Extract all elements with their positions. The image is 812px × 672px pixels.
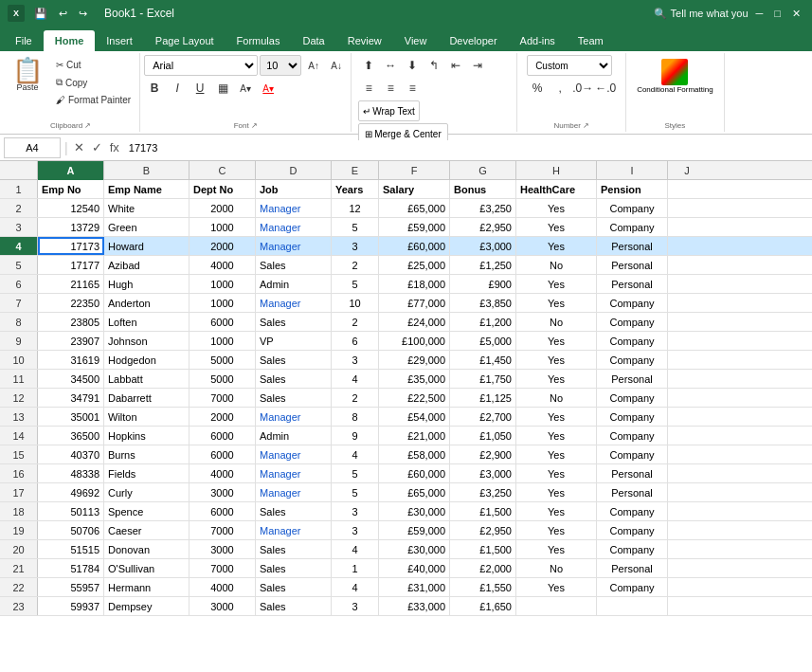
- data-cell-1[interactable]: Hodgedon: [104, 351, 189, 369]
- data-cell-0[interactable]: 51515: [38, 540, 104, 558]
- table-row[interactable]: 722350Anderton1000Manager10£77,000£3,850…: [0, 294, 812, 313]
- data-cell-2[interactable]: 3000: [189, 483, 256, 501]
- data-cell-5[interactable]: £29,000: [379, 351, 450, 369]
- data-cell-0[interactable]: 35001: [38, 408, 104, 426]
- data-cell-8[interactable]: Company: [597, 578, 668, 596]
- data-cell-7[interactable]: Yes: [516, 483, 597, 501]
- data-cell-5[interactable]: £24,000: [379, 313, 450, 331]
- data-cell-8[interactable]: Company: [597, 351, 668, 369]
- data-cell-3[interactable]: Manager: [256, 294, 332, 312]
- data-cell-3[interactable]: Sales: [256, 370, 332, 388]
- data-cell-8[interactable]: Company: [597, 502, 668, 520]
- data-cell-2[interactable]: 6000: [189, 502, 256, 520]
- conditional-formatting-button[interactable]: Conditional Formatting: [630, 55, 719, 98]
- data-cell-1[interactable]: Hermann: [104, 578, 189, 596]
- col-header-i[interactable]: I: [597, 161, 668, 180]
- data-cell-4[interactable]: 3: [332, 351, 379, 369]
- data-cell-3[interactable]: Manager: [256, 483, 332, 501]
- table-row[interactable]: 621165Hugh1000Admin5£18,000£900YesPerson…: [0, 275, 812, 294]
- data-cell-8[interactable]: Personal: [597, 237, 668, 255]
- data-cell-4[interactable]: 2: [332, 313, 379, 331]
- data-cell-5[interactable]: £59,000: [379, 521, 450, 539]
- data-cell-6[interactable]: £5,000: [450, 332, 516, 350]
- data-cell-8[interactable]: Company: [597, 199, 668, 217]
- align-top-button[interactable]: ⬆: [358, 55, 379, 76]
- data-cell-4[interactable]: 3: [332, 597, 379, 615]
- data-cell-7[interactable]: Yes: [516, 540, 597, 558]
- data-cell-0[interactable]: 23907: [38, 332, 104, 350]
- data-cell-5[interactable]: £65,000: [379, 199, 450, 217]
- data-cell-7[interactable]: Yes: [516, 502, 597, 520]
- data-cell-0[interactable]: 40370: [38, 445, 104, 463]
- data-cell-8[interactable]: Company: [597, 332, 668, 350]
- cell-reference-input[interactable]: [4, 137, 61, 158]
- data-cell-1[interactable]: White: [104, 199, 189, 217]
- data-cell-3[interactable]: Manager: [256, 408, 332, 426]
- clipboard-expand-icon[interactable]: ↗: [84, 121, 91, 130]
- data-cell-8[interactable]: Personal: [597, 275, 668, 293]
- data-cell-5[interactable]: £31,000: [379, 578, 450, 596]
- data-cell-8[interactable]: Personal: [597, 370, 668, 388]
- data-cell-1[interactable]: O'Sullivan: [104, 559, 189, 577]
- header-cell-0[interactable]: Emp No: [38, 180, 104, 198]
- header-cell-4[interactable]: Years: [332, 180, 379, 198]
- data-cell-0[interactable]: 17177: [38, 256, 104, 274]
- data-cell-3[interactable]: Sales: [256, 597, 332, 615]
- col-header-c[interactable]: C: [189, 161, 256, 180]
- data-cell-1[interactable]: Caeser: [104, 521, 189, 539]
- data-cell-2[interactable]: 2000: [189, 199, 256, 217]
- table-row[interactable]: 417173Howard2000Manager3£60,000£3,000Yes…: [0, 237, 812, 256]
- data-cell-1[interactable]: Donovan: [104, 540, 189, 558]
- data-cell-1[interactable]: Azibad: [104, 256, 189, 274]
- data-cell-0[interactable]: 34500: [38, 370, 104, 388]
- data-cell-6[interactable]: £2,700: [450, 408, 516, 426]
- col-header-g[interactable]: G: [450, 161, 516, 180]
- data-cell-5[interactable]: £60,000: [379, 464, 450, 482]
- table-row[interactable]: 823805Loften6000Sales2£24,000£1,200NoCom…: [0, 313, 812, 332]
- data-cell-7[interactable]: Yes: [516, 294, 597, 312]
- maximize-btn[interactable]: □: [770, 6, 785, 21]
- data-cell-3[interactable]: Admin: [256, 275, 332, 293]
- fill-color-button[interactable]: A▾: [235, 78, 256, 99]
- data-cell-6[interactable]: £2,900: [450, 445, 516, 463]
- font-color-button[interactable]: A▾: [258, 78, 279, 99]
- data-cell-1[interactable]: Loften: [104, 313, 189, 331]
- data-cell-2[interactable]: 4000: [189, 256, 256, 274]
- data-cell-4[interactable]: 4: [332, 578, 379, 596]
- table-row[interactable]: 1Emp NoEmp NameDept NoJobYearsSalaryBonu…: [0, 180, 812, 199]
- tab-add-ins[interactable]: Add-ins: [509, 30, 567, 51]
- tab-data[interactable]: Data: [291, 30, 335, 51]
- data-cell-2[interactable]: 5000: [189, 351, 256, 369]
- data-cell-5[interactable]: £35,000: [379, 370, 450, 388]
- text-direction-button[interactable]: ↰: [424, 55, 444, 76]
- table-row[interactable]: 2151784O'Sullivan7000Sales1£40,000£2,000…: [0, 559, 812, 578]
- data-cell-1[interactable]: Spence: [104, 502, 189, 520]
- font-expand-icon[interactable]: ↗: [251, 121, 258, 130]
- data-cell-5[interactable]: £33,000: [379, 597, 450, 615]
- data-cell-1[interactable]: Dabarrett: [104, 389, 189, 407]
- data-cell-8[interactable]: Company: [597, 313, 668, 331]
- data-cell-6[interactable]: £3,250: [450, 199, 516, 217]
- data-cell-5[interactable]: £58,000: [379, 445, 450, 463]
- minimize-btn[interactable]: ─: [752, 6, 767, 21]
- data-cell-1[interactable]: Fields: [104, 464, 189, 482]
- col-header-b[interactable]: B: [104, 161, 189, 180]
- data-cell-3[interactable]: VP: [256, 332, 332, 350]
- data-cell-5[interactable]: £18,000: [379, 275, 450, 293]
- data-cell-3[interactable]: Manager: [256, 464, 332, 482]
- table-row[interactable]: 1335001Wilton2000Manager8£54,000£2,700Ye…: [0, 408, 812, 427]
- data-cell-1[interactable]: Hopkins: [104, 427, 189, 445]
- data-cell-3[interactable]: Sales: [256, 256, 332, 274]
- italic-button[interactable]: I: [167, 78, 188, 99]
- data-cell-3[interactable]: Admin: [256, 427, 332, 445]
- col-header-e[interactable]: E: [332, 161, 379, 180]
- data-cell-4[interactable]: 1: [332, 559, 379, 577]
- data-cell-4[interactable]: 9: [332, 427, 379, 445]
- table-row[interactable]: 1850113Spence6000Sales3£30,000£1,500YesC…: [0, 502, 812, 521]
- data-cell-3[interactable]: Manager: [256, 521, 332, 539]
- header-cell-1[interactable]: Emp Name: [104, 180, 189, 198]
- paste-button[interactable]: 📋 Paste: [6, 55, 49, 95]
- data-cell-4[interactable]: 5: [332, 218, 379, 236]
- data-cell-4[interactable]: 4: [332, 370, 379, 388]
- insert-function-icon[interactable]: fx: [108, 138, 121, 156]
